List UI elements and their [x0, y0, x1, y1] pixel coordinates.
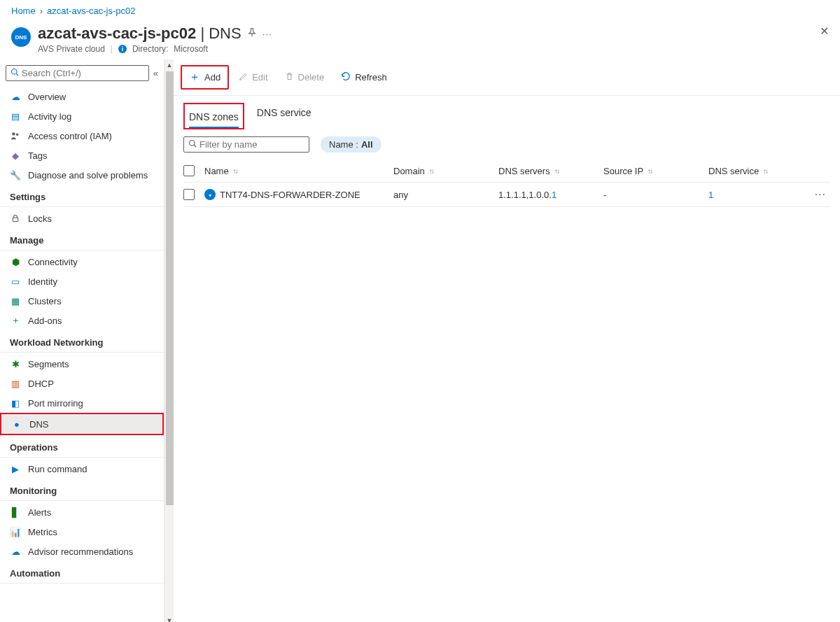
sort-icon: ↑↓: [763, 167, 767, 175]
sidebar-item-label: Add-ons: [28, 316, 62, 326]
scroll-up-icon[interactable]: ▲: [165, 59, 174, 70]
metrics-icon: 📊: [10, 526, 21, 537]
sidebar-item-metrics[interactable]: 📊 Metrics: [0, 522, 164, 542]
sidebar: « ☁ Overview ▤ Activity log Access contr…: [0, 59, 164, 622]
add-button[interactable]: ＋ Add: [181, 65, 229, 90]
tab-dns-zones[interactable]: DNS zones: [189, 107, 239, 128]
zone-servers: 1.1.1.1,1.0.0.1: [498, 190, 603, 200]
plus-icon: ＋: [189, 70, 200, 85]
sidebar-item-run-command[interactable]: ▶ Run command: [0, 459, 164, 479]
sidebar-item-alerts[interactable]: ▋ Alerts: [0, 502, 164, 522]
section-settings: Settings: [0, 185, 164, 207]
row-checkbox[interactable]: [183, 189, 195, 200]
section-manage: Manage: [0, 228, 164, 250]
sidebar-item-locks[interactable]: Locks: [0, 208, 164, 228]
search-icon: [10, 68, 19, 78]
scroll-down-icon[interactable]: ▼: [165, 615, 174, 622]
filter-pill-name[interactable]: Name : All: [321, 136, 382, 153]
sidebar-item-label: Segments: [28, 359, 69, 369]
sidebar-item-label: Advisor recommendations: [28, 546, 133, 557]
sort-icon: ↑↓: [648, 167, 652, 175]
sidebar-item-label: Overview: [28, 92, 66, 102]
diagnose-icon: 🔧: [10, 169, 21, 181]
column-dns-servers[interactable]: DNS servers↑↓: [498, 166, 603, 176]
tabs: DNS zones DNS service: [174, 96, 840, 129]
alerts-icon: ▋: [10, 507, 21, 518]
sidebar-item-dhcp[interactable]: ▥ DHCP: [0, 374, 164, 393]
lock-icon: [10, 213, 21, 224]
breadcrumb: Home › azcat-avs-cac-js-pc02: [0, 0, 840, 22]
scrollbar-thumb[interactable]: [166, 71, 174, 505]
column-domain[interactable]: Domain↑↓: [393, 166, 498, 176]
delete-button[interactable]: Delete: [278, 69, 332, 87]
service-link[interactable]: 1: [708, 190, 713, 200]
log-icon: ▤: [10, 111, 21, 122]
sidebar-item-label: Access control (IAM): [28, 131, 112, 141]
table-header: Name↑↓ Domain↑↓ DNS servers↑↓ Source IP↑…: [183, 160, 830, 183]
close-icon[interactable]: ✕: [820, 24, 829, 38]
cloud-icon: ☁: [10, 91, 21, 102]
select-all-checkbox[interactable]: [183, 165, 195, 176]
sidebar-item-tags[interactable]: ◆ Tags: [0, 146, 164, 165]
filter-by-name[interactable]: [183, 136, 309, 153]
collapse-sidebar-icon[interactable]: «: [153, 68, 158, 78]
svg-point-0: [12, 69, 18, 75]
more-icon[interactable]: ···: [262, 29, 272, 39]
breadcrumb-home[interactable]: Home: [11, 6, 36, 16]
people-icon: [10, 130, 21, 141]
sidebar-item-activity-log[interactable]: ▤ Activity log: [0, 106, 164, 126]
sort-icon: ↑↓: [554, 167, 559, 175]
directory-value: Microsoft: [174, 44, 208, 54]
edit-button[interactable]: Edit: [232, 69, 274, 87]
info-icon: i: [118, 45, 127, 53]
section-operations: Operations: [0, 435, 164, 458]
svg-point-2: [16, 134, 19, 136]
breadcrumb-resource[interactable]: azcat-avs-cac-js-pc02: [47, 6, 135, 16]
pencil-icon: [239, 72, 248, 83]
clusters-icon: ▦: [10, 295, 21, 306]
sidebar-item-overview[interactable]: ☁ Overview: [0, 87, 164, 106]
sidebar-item-access-control[interactable]: Access control (IAM): [0, 126, 164, 146]
servers-link[interactable]: 1: [552, 190, 556, 200]
sidebar-item-connectivity[interactable]: ⬢ Connectivity: [0, 252, 164, 271]
sidebar-item-port-mirroring[interactable]: ◧ Port mirroring: [0, 393, 164, 413]
column-name[interactable]: Name↑↓: [204, 166, 393, 176]
sidebar-item-identity[interactable]: ▭ Identity: [0, 271, 164, 291]
zone-name: TNT74-DNS-FORWARDER-ZONE: [220, 190, 360, 200]
sidebar-item-advisor[interactable]: ☁ Advisor recommendations: [0, 542, 164, 561]
directory-label: Directory:: [132, 44, 168, 54]
sidebar-search[interactable]: [6, 65, 149, 81]
sidebar-item-segments[interactable]: ✱ Segments: [0, 354, 164, 374]
sidebar-item-diagnose[interactable]: 🔧 Diagnose and solve problems: [0, 165, 164, 185]
mirror-icon: ◧: [10, 397, 21, 409]
trash-icon: [285, 72, 294, 83]
sidebar-item-label: Run command: [28, 464, 88, 474]
sidebar-item-label: Port mirroring: [28, 398, 83, 409]
sidebar-item-dns[interactable]: ● DNS: [0, 413, 164, 435]
row-more-icon[interactable]: ···: [815, 188, 826, 201]
dns-zones-table: Name↑↓ Domain↑↓ DNS servers↑↓ Source IP↑…: [174, 160, 840, 207]
sidebar-item-label: Clusters: [28, 296, 62, 306]
table-row[interactable]: ● TNT74-DNS-FORWARDER-ZONE any 1.1.1.1,1…: [183, 183, 830, 207]
sidebar-scrollbar[interactable]: ▲ ▼: [164, 59, 174, 622]
sidebar-item-addons[interactable]: ＋ Add-ons: [0, 311, 164, 330]
sidebar-search-input[interactable]: [22, 68, 144, 78]
dhcp-icon: ▥: [10, 378, 21, 389]
filter-input[interactable]: [200, 139, 317, 150]
resource-type-label: AVS Private cloud: [38, 44, 105, 54]
column-dns-service[interactable]: DNS service↑↓: [708, 166, 799, 176]
section-workload: Workload Networking: [0, 330, 164, 353]
refresh-button[interactable]: Refresh: [334, 68, 394, 87]
sidebar-item-clusters[interactable]: ▦ Clusters: [0, 291, 164, 311]
sidebar-item-label: Locks: [28, 213, 52, 224]
sort-icon: ↑↓: [233, 167, 237, 175]
column-source-ip[interactable]: Source IP↑↓: [603, 166, 708, 176]
page-header: DNS azcat-avs-cac-js-pc02 | DNS ··· AVS …: [0, 22, 840, 59]
advisor-icon: ☁: [10, 546, 21, 557]
section-monitoring: Monitoring: [0, 479, 164, 501]
sidebar-item-label: Activity log: [28, 111, 71, 122]
refresh-icon: [341, 71, 351, 83]
identity-icon: ▭: [10, 276, 21, 287]
pin-icon[interactable]: [247, 28, 257, 40]
tab-dns-service[interactable]: DNS service: [257, 103, 312, 129]
